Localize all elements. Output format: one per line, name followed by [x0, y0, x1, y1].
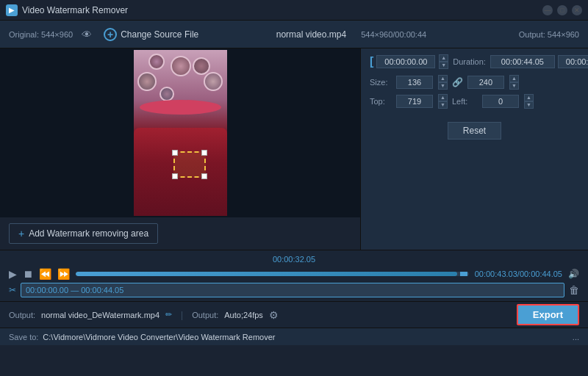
photo-circle-6: [159, 87, 174, 101]
cake-top: [140, 100, 221, 115]
time-row: [ ▲ ▼ Duration: ▲ ▼ ]: [370, 54, 579, 69]
eye-icon[interactable]: 👁: [82, 29, 92, 40]
minimize-button[interactable]: —: [542, 5, 553, 15]
progress-bar[interactable]: [76, 272, 469, 276]
clip-range[interactable]: 00:00:00.00 — 00:00:44.05: [21, 283, 564, 297]
height-input[interactable]: [467, 76, 504, 89]
video-info: 544×960/00:00:44: [361, 30, 426, 39]
scissors-icon: ✂: [9, 285, 16, 295]
spin-down-l[interactable]: ▼: [524, 101, 534, 109]
app-icon: ▶: [6, 4, 18, 16]
output-filename: normal video_DeWatermark.mp4: [41, 311, 159, 319]
close-button[interactable]: ✕: [572, 5, 582, 15]
app-title: Video Watermark Remover: [22, 5, 128, 15]
play-button[interactable]: ▶: [9, 268, 17, 280]
spin-up-h[interactable]: ▲: [509, 75, 519, 82]
time-start-spinner[interactable]: ▲ ▼: [439, 54, 448, 69]
width-input[interactable]: [396, 76, 433, 89]
save-path: C:\Vidmore\Vidmore Video Converter\Video…: [43, 333, 275, 341]
timeline: 00:00:32.05 ▶ ⏹ ⏪ ⏩ 00:00:43.03/00:00:44…: [0, 250, 588, 301]
size-row: Size: ▲ ▼ 🔗 ▲ ▼: [370, 75, 579, 90]
current-time: 00:00:43.03/00:00:44.05: [475, 270, 562, 278]
handle-tr[interactable]: [201, 150, 207, 156]
position-row: Top: ▲ ▼ Left: ▲ ▼: [370, 94, 579, 109]
main-content: + Add Watermark removing area [ ▲ ▼ Dura…: [0, 48, 588, 250]
clip-separator: —: [68, 286, 81, 294]
time-start-input[interactable]: [376, 55, 435, 68]
browse-button[interactable]: ...: [573, 333, 579, 341]
clip-start: 00:00:00.00: [26, 286, 68, 294]
export-button[interactable]: Export: [517, 304, 579, 325]
window-controls[interactable]: — □ ✕: [542, 5, 582, 15]
time-end-input[interactable]: [558, 55, 588, 68]
spin-down[interactable]: ▼: [439, 62, 448, 69]
footer: Output: normal video_DeWatermark.mp4 ✏ |…: [0, 301, 588, 328]
save-label: Save to:: [9, 333, 38, 341]
spin-down-w[interactable]: ▼: [438, 82, 448, 90]
frame-forward-button[interactable]: ⏩: [57, 268, 70, 280]
left-label: Left:: [452, 97, 478, 106]
spin-up-t[interactable]: ▲: [438, 94, 448, 101]
video-filename: normal video.mp4: [276, 29, 346, 40]
video-background: [134, 50, 227, 216]
spin-up-l[interactable]: ▲: [524, 94, 534, 101]
maximize-button[interactable]: □: [557, 5, 567, 15]
timeline-time-above: 00:00:32.05: [9, 255, 579, 264]
gear-icon[interactable]: ⚙: [269, 309, 279, 321]
titlebar: ▶ Video Watermark Remover — □ ✕: [0, 0, 588, 21]
frame-back-button[interactable]: ⏪: [39, 268, 51, 280]
topbar: Original: 544×960 👁 + Change Source File…: [0, 21, 588, 48]
height-spinner[interactable]: ▲ ▼: [509, 75, 519, 90]
stop-button[interactable]: ⏹: [23, 268, 33, 280]
link-icon[interactable]: 🔗: [452, 77, 463, 87]
spin-down-t[interactable]: ▼: [438, 101, 448, 109]
reset-button[interactable]: Reset: [448, 122, 501, 140]
spin-up[interactable]: ▲: [439, 54, 448, 62]
duration-input[interactable]: [490, 55, 555, 68]
bracket-open: [: [370, 55, 373, 68]
selection-box[interactable]: [173, 151, 206, 178]
size-label: Size:: [370, 78, 392, 87]
progress-fill: [76, 272, 457, 276]
add-watermark-label: Add Watermark removing area: [29, 228, 148, 239]
add-watermark-button[interactable]: + Add Watermark removing area: [9, 223, 158, 244]
handle-tl[interactable]: [172, 150, 178, 156]
change-source-label: Change Source File: [121, 29, 198, 40]
volume-icon[interactable]: 🔊: [568, 269, 579, 279]
output-format: Auto;24fps: [224, 311, 263, 319]
spin-up-w[interactable]: ▲: [438, 75, 448, 82]
top-spinner[interactable]: ▲ ▼: [438, 94, 448, 109]
savebar: Save to: C:\Vidmore\Vidmore Video Conver…: [0, 328, 588, 345]
output-settings-label: Output:: [192, 311, 218, 319]
trash-icon[interactable]: 🗑: [569, 284, 579, 296]
plus-circle-icon: +: [104, 28, 117, 41]
photo-circle-1: [171, 56, 191, 76]
progress-thumb[interactable]: [460, 272, 467, 276]
video-preview: [134, 50, 227, 216]
timeline-controls: ▶ ⏹ ⏪ ⏩ 00:00:43.03/00:00:44.05 🔊: [9, 268, 579, 280]
left-input[interactable]: [482, 95, 519, 108]
main-left: + Add Watermark removing area: [0, 48, 360, 250]
clip-row: ✂ 00:00:00.00 — 00:00:44.05 🗑: [9, 283, 579, 297]
spin-down-h[interactable]: ▼: [509, 82, 519, 90]
change-source-button[interactable]: + Change Source File: [104, 28, 198, 41]
duration-label: Duration:: [453, 57, 486, 66]
preview-wrapper: [0, 48, 360, 217]
right-panel: [ ▲ ▼ Duration: ▲ ▼ ] Size: ▲ ▼ 🔗: [360, 48, 588, 250]
left-spinner[interactable]: ▲ ▼: [524, 94, 534, 109]
output-label: Output:: [9, 311, 35, 319]
handle-bl[interactable]: [172, 173, 178, 179]
output-resolution: Output: 544×960: [519, 30, 579, 39]
width-spinner[interactable]: ▲ ▼: [438, 75, 448, 90]
photo-circle-3: [193, 57, 210, 75]
top-label: Top:: [370, 97, 392, 106]
top-input[interactable]: [396, 95, 433, 108]
add-watermark-area: + Add Watermark removing area: [0, 217, 360, 250]
photo-circle-2: [148, 54, 165, 70]
photo-circle-5: [204, 72, 223, 91]
clip-end: 00:00:44.05: [81, 286, 123, 294]
edit-icon[interactable]: ✏: [165, 310, 172, 319]
plus-icon: +: [18, 228, 24, 239]
photo-circle-4: [137, 72, 157, 91]
handle-br[interactable]: [201, 173, 207, 179]
